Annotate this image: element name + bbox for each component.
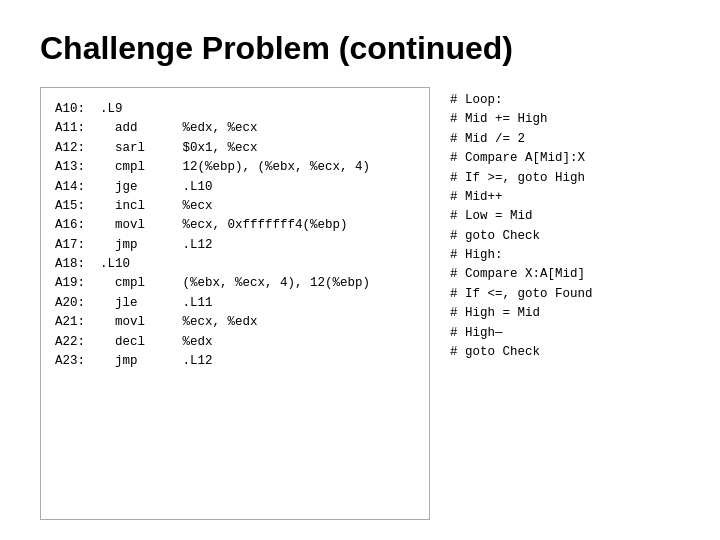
page: Challenge Problem (continued) A10: .L9 A… [0, 0, 720, 540]
code-block: A10: .L9 A11: add %edx, %ecx A12: sarl $… [40, 87, 430, 520]
content-area: A10: .L9 A11: add %edx, %ecx A12: sarl $… [40, 87, 680, 520]
comments-block: # Loop: # Mid += High # Mid /= 2 # Compa… [450, 87, 680, 520]
page-title: Challenge Problem (continued) [40, 30, 680, 67]
